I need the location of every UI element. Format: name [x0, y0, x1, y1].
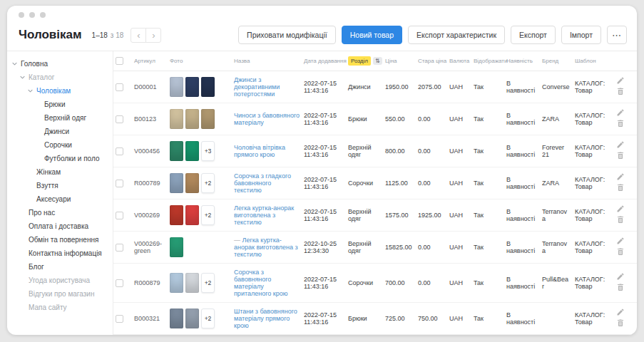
sort-icon[interactable]: ⇅ — [373, 57, 382, 65]
product-photo[interactable] — [170, 309, 183, 328]
product-link[interactable]: Сорочка з гладкого бавовняного текстилю — [234, 172, 291, 194]
sidebar-item[interactable]: Оплата і доставка — [19, 219, 110, 233]
sku-cell: B00123 — [132, 103, 168, 135]
delete-button[interactable] — [615, 151, 626, 162]
delete-button[interactable] — [615, 215, 626, 226]
row-checkbox[interactable] — [116, 115, 123, 123]
edit-button[interactable] — [615, 108, 626, 119]
product-link[interactable]: Джинси з декоративними потертостями — [234, 76, 280, 98]
window-dot[interactable] — [29, 12, 35, 18]
edit-button[interactable] — [615, 140, 626, 151]
delete-button[interactable] — [615, 87, 626, 98]
more-photos-badge[interactable]: +2 — [201, 205, 215, 225]
sidebar-item[interactable]: Відгуки про магазин — [19, 287, 110, 301]
sidebar-item[interactable]: Сорочки — [35, 138, 110, 152]
sidebar-item[interactable]: Контактна інформація — [19, 247, 110, 260]
product-photo[interactable] — [170, 173, 183, 193]
edit-button[interactable] — [615, 272, 626, 283]
product-photo[interactable] — [185, 205, 199, 225]
product-photo[interactable] — [170, 273, 183, 293]
sidebar-item[interactable]: Джинси — [35, 125, 110, 138]
product-link[interactable]: Чоловіча вітрівка прямого крою — [234, 144, 285, 158]
row-checkbox[interactable] — [116, 180, 123, 187]
import-button[interactable]: Імпорт — [561, 26, 601, 44]
delete-button[interactable] — [615, 283, 626, 294]
product-link[interactable]: Легка куртка-анорак виготовлена з тексти… — [234, 204, 294, 226]
row-checkbox[interactable] — [116, 212, 123, 219]
row-checkbox[interactable] — [116, 83, 123, 91]
row-checkbox[interactable] — [116, 244, 123, 252]
sidebar-item[interactable]: Каталог — [19, 71, 110, 84]
row-checkbox[interactable] — [116, 279, 123, 287]
product-link[interactable]: Чиноси з бавовняного матеріалу — [234, 112, 300, 126]
sidebar-item[interactable]: Мапа сайту — [19, 301, 110, 314]
window-dot[interactable] — [19, 12, 24, 18]
section-cell: Верхній одяг — [346, 232, 383, 264]
more-photos-badge[interactable]: +2 — [201, 273, 215, 293]
header-cell: Шаблон — [573, 51, 613, 71]
product-photo[interactable] — [185, 141, 199, 161]
sidebar-item[interactable]: Жінкам — [27, 165, 110, 179]
sidebar-item[interactable]: Про нас — [19, 206, 110, 219]
delete-button[interactable] — [615, 318, 626, 329]
section-cell: Джинси — [346, 71, 383, 103]
row-checkbox[interactable] — [116, 147, 123, 155]
table-row: R000587+2Чоловічі сорочки з легкого текс… — [113, 335, 637, 336]
sidebar-item[interactable]: Угода користувача — [19, 274, 110, 287]
date-cell: 2022-07-15 11:43:16 — [302, 335, 346, 336]
sidebar-item[interactable]: Взуття — [27, 179, 110, 192]
sidebar-item[interactable]: Чоловікам — [27, 84, 110, 98]
product-table: АртикулФотоНазваДата додаванняРозділ⇅Цін… — [113, 51, 637, 335]
photos-cell: +2 — [168, 303, 232, 335]
edit-button[interactable] — [615, 237, 626, 247]
product-photo[interactable] — [170, 237, 183, 257]
product-photo[interactable] — [201, 109, 215, 129]
sidebar-item[interactable]: Брюки — [35, 98, 110, 111]
row-checkbox[interactable] — [116, 315, 123, 323]
sidebar-item[interactable]: Верхній одяг — [35, 111, 110, 125]
next-page-button[interactable]: › — [145, 28, 161, 43]
hide-modifications-button[interactable]: Приховати модифікації — [238, 26, 336, 44]
product-photo[interactable] — [185, 273, 199, 293]
name-cell: Чиноси з бавовняного матеріалу — [232, 103, 302, 135]
product-photo[interactable] — [185, 77, 199, 97]
select-all-checkbox[interactable] — [116, 57, 123, 65]
product-photo[interactable] — [201, 77, 215, 97]
delete-button[interactable] — [615, 247, 626, 258]
sidebar-item[interactable]: Блог — [19, 260, 110, 274]
product-photo[interactable] — [170, 109, 183, 129]
product-link[interactable]: Сорочка з бавовняного матеріалу притален… — [234, 269, 287, 297]
product-photo[interactable] — [170, 141, 183, 161]
more-actions-button[interactable]: ⋯ — [607, 26, 627, 44]
product-photo[interactable] — [185, 173, 199, 193]
product-link[interactable]: Легка куртка-анорак виготовлена з тексти… — [234, 237, 298, 258]
edit-button[interactable] — [615, 172, 626, 183]
currency-cell: UAH — [447, 71, 471, 103]
product-photo[interactable] — [170, 77, 183, 97]
window-dot[interactable] — [40, 12, 46, 18]
sidebar-item[interactable]: Футболки и поло — [35, 152, 110, 165]
product-link[interactable]: Штани з бавовняного матеріалу прямого кр… — [234, 308, 297, 329]
prev-page-button[interactable]: ‹ — [131, 28, 146, 43]
edit-button[interactable] — [615, 76, 626, 87]
more-photos-badge[interactable]: +2 — [201, 173, 215, 193]
edit-button[interactable] — [615, 308, 626, 318]
template-cell: КАТАЛОГ: Товар — [573, 303, 613, 335]
sidebar-item[interactable]: Аксесуари — [27, 192, 110, 206]
export-characteristics-button[interactable]: Експорт характеристик — [408, 26, 505, 44]
product-photo[interactable] — [185, 309, 199, 328]
sidebar-item[interactable]: Головна — [11, 57, 110, 71]
price-cell: 1575.00 — [383, 200, 416, 232]
new-product-button[interactable]: Новий товар — [342, 26, 402, 44]
display-cell: Так — [471, 303, 504, 335]
export-button[interactable]: Експорт — [511, 26, 556, 44]
sidebar-item[interactable]: Обмін та повернення — [19, 233, 110, 247]
delete-button[interactable] — [615, 119, 626, 130]
more-photos-badge[interactable]: +2 — [201, 309, 215, 328]
delete-button[interactable] — [615, 183, 626, 194]
product-photo[interactable] — [185, 109, 199, 129]
old-price-cell: 0.00 — [416, 167, 447, 200]
more-photos-badge[interactable]: +3 — [201, 141, 215, 161]
product-photo[interactable] — [170, 205, 183, 225]
edit-button[interactable] — [615, 204, 626, 215]
